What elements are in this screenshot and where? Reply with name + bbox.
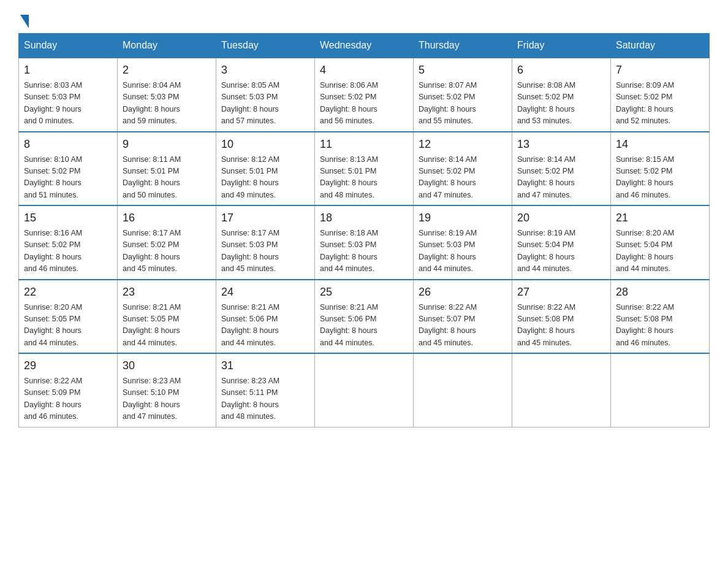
weekday-header-thursday: Thursday (414, 34, 512, 58)
calendar-day-cell: 10Sunrise: 8:12 AMSunset: 5:01 PMDayligh… (216, 132, 315, 206)
day-info: Sunrise: 8:17 AMSunset: 5:03 PMDaylight:… (221, 228, 309, 275)
day-number: 3 (221, 62, 309, 79)
calendar-week-row: 8Sunrise: 8:10 AMSunset: 5:02 PMDaylight… (19, 132, 710, 206)
day-info: Sunrise: 8:22 AMSunset: 5:09 PMDaylight:… (24, 375, 112, 423)
day-info: Sunrise: 8:06 AMSunset: 5:02 PMDaylight:… (320, 80, 408, 128)
calendar-day-cell: 24Sunrise: 8:21 AMSunset: 5:06 PMDayligh… (216, 280, 315, 354)
day-info: Sunrise: 8:23 AMSunset: 5:10 PMDaylight:… (123, 375, 211, 423)
day-info: Sunrise: 8:14 AMSunset: 5:02 PMDaylight:… (419, 154, 507, 202)
day-number: 27 (517, 284, 605, 301)
day-info: Sunrise: 8:08 AMSunset: 5:02 PMDaylight:… (517, 80, 605, 128)
day-info: Sunrise: 8:07 AMSunset: 5:02 PMDaylight:… (419, 80, 507, 128)
calendar-day-cell: 2Sunrise: 8:04 AMSunset: 5:03 PMDaylight… (118, 58, 216, 132)
calendar-day-cell: 14Sunrise: 8:15 AMSunset: 5:02 PMDayligh… (611, 132, 710, 206)
day-number: 19 (419, 210, 507, 226)
day-number: 1 (24, 62, 112, 79)
calendar-day-cell: 18Sunrise: 8:18 AMSunset: 5:03 PMDayligh… (315, 205, 414, 280)
calendar-day-cell: 4Sunrise: 8:06 AMSunset: 5:02 PMDaylight… (315, 58, 414, 132)
calendar-day-cell (512, 353, 611, 427)
calendar-day-cell: 16Sunrise: 8:17 AMSunset: 5:02 PMDayligh… (118, 205, 216, 280)
day-number: 17 (221, 210, 309, 226)
calendar-day-cell: 8Sunrise: 8:10 AMSunset: 5:02 PMDaylight… (19, 132, 118, 206)
day-info: Sunrise: 8:20 AMSunset: 5:05 PMDaylight:… (24, 302, 112, 350)
day-number: 11 (320, 136, 408, 153)
day-info: Sunrise: 8:23 AMSunset: 5:11 PMDaylight:… (221, 375, 309, 423)
calendar-week-row: 15Sunrise: 8:16 AMSunset: 5:02 PMDayligh… (19, 205, 710, 280)
calendar-day-cell: 1Sunrise: 8:03 AMSunset: 5:03 PMDaylight… (19, 58, 118, 132)
day-info: Sunrise: 8:03 AMSunset: 5:03 PMDaylight:… (24, 80, 112, 128)
day-info: Sunrise: 8:17 AMSunset: 5:02 PMDaylight:… (123, 228, 211, 275)
day-info: Sunrise: 8:19 AMSunset: 5:03 PMDaylight:… (419, 228, 507, 275)
day-number: 12 (419, 136, 507, 153)
day-info: Sunrise: 8:10 AMSunset: 5:02 PMDaylight:… (24, 154, 112, 202)
calendar-day-cell: 22Sunrise: 8:20 AMSunset: 5:05 PMDayligh… (19, 280, 118, 354)
weekday-header-sunday: Sunday (19, 34, 118, 58)
calendar-day-cell: 28Sunrise: 8:22 AMSunset: 5:08 PMDayligh… (611, 280, 710, 354)
day-number: 8 (24, 136, 112, 153)
weekday-header-saturday: Saturday (611, 34, 710, 58)
day-number: 6 (517, 62, 605, 79)
day-number: 9 (123, 136, 211, 153)
day-number: 29 (24, 358, 112, 374)
day-number: 16 (123, 210, 211, 226)
day-info: Sunrise: 8:11 AMSunset: 5:01 PMDaylight:… (123, 154, 211, 202)
calendar-day-cell: 26Sunrise: 8:22 AMSunset: 5:07 PMDayligh… (414, 280, 512, 354)
calendar-day-cell (315, 353, 414, 427)
day-number: 7 (616, 62, 704, 79)
calendar-day-cell: 11Sunrise: 8:13 AMSunset: 5:01 PMDayligh… (315, 132, 414, 206)
day-number: 22 (24, 284, 112, 301)
weekday-header-wednesday: Wednesday (315, 34, 414, 58)
day-info: Sunrise: 8:13 AMSunset: 5:01 PMDaylight:… (320, 154, 408, 202)
logo-triangle-icon (20, 15, 29, 28)
day-number: 31 (221, 358, 309, 374)
calendar-header-row: SundayMondayTuesdayWednesdayThursdayFrid… (19, 34, 710, 58)
calendar-day-cell: 15Sunrise: 8:16 AMSunset: 5:02 PMDayligh… (19, 205, 118, 280)
calendar-table: SundayMondayTuesdayWednesdayThursdayFrid… (18, 33, 710, 427)
day-info: Sunrise: 8:05 AMSunset: 5:03 PMDaylight:… (221, 80, 309, 128)
calendar-day-cell (414, 353, 512, 427)
day-number: 25 (320, 284, 408, 301)
day-number: 18 (320, 210, 408, 226)
calendar-day-cell: 29Sunrise: 8:22 AMSunset: 5:09 PMDayligh… (19, 353, 118, 427)
weekday-header-monday: Monday (118, 34, 216, 58)
day-number: 4 (320, 62, 408, 79)
day-info: Sunrise: 8:21 AMSunset: 5:06 PMDaylight:… (221, 302, 309, 350)
calendar-day-cell: 30Sunrise: 8:23 AMSunset: 5:10 PMDayligh… (118, 353, 216, 427)
day-number: 10 (221, 136, 309, 153)
logo (18, 12, 29, 27)
day-number: 24 (221, 284, 309, 301)
calendar-day-cell: 19Sunrise: 8:19 AMSunset: 5:03 PMDayligh… (414, 205, 512, 280)
day-info: Sunrise: 8:19 AMSunset: 5:04 PMDaylight:… (517, 228, 605, 275)
day-info: Sunrise: 8:14 AMSunset: 5:02 PMDaylight:… (517, 154, 605, 202)
weekday-header-tuesday: Tuesday (216, 34, 315, 58)
day-number: 23 (123, 284, 211, 301)
calendar-day-cell: 3Sunrise: 8:05 AMSunset: 5:03 PMDaylight… (216, 58, 315, 132)
day-info: Sunrise: 8:22 AMSunset: 5:08 PMDaylight:… (517, 302, 605, 350)
calendar-day-cell: 9Sunrise: 8:11 AMSunset: 5:01 PMDaylight… (118, 132, 216, 206)
day-info: Sunrise: 8:21 AMSunset: 5:06 PMDaylight:… (320, 302, 408, 350)
calendar-week-row: 1Sunrise: 8:03 AMSunset: 5:03 PMDaylight… (19, 58, 710, 132)
day-info: Sunrise: 8:12 AMSunset: 5:01 PMDaylight:… (221, 154, 309, 202)
weekday-header-friday: Friday (512, 34, 611, 58)
calendar-day-cell: 21Sunrise: 8:20 AMSunset: 5:04 PMDayligh… (611, 205, 710, 280)
day-number: 5 (419, 62, 507, 79)
calendar-day-cell: 13Sunrise: 8:14 AMSunset: 5:02 PMDayligh… (512, 132, 611, 206)
calendar-day-cell: 7Sunrise: 8:09 AMSunset: 5:02 PMDaylight… (611, 58, 710, 132)
day-number: 30 (123, 358, 211, 374)
day-number: 21 (616, 210, 704, 226)
calendar-week-row: 29Sunrise: 8:22 AMSunset: 5:09 PMDayligh… (19, 353, 710, 427)
day-number: 26 (419, 284, 507, 301)
calendar-day-cell: 5Sunrise: 8:07 AMSunset: 5:02 PMDaylight… (414, 58, 512, 132)
calendar-day-cell: 25Sunrise: 8:21 AMSunset: 5:06 PMDayligh… (315, 280, 414, 354)
calendar-day-cell: 27Sunrise: 8:22 AMSunset: 5:08 PMDayligh… (512, 280, 611, 354)
calendar-day-cell: 12Sunrise: 8:14 AMSunset: 5:02 PMDayligh… (414, 132, 512, 206)
day-number: 2 (123, 62, 211, 79)
day-info: Sunrise: 8:18 AMSunset: 5:03 PMDaylight:… (320, 228, 408, 275)
calendar-day-cell: 23Sunrise: 8:21 AMSunset: 5:05 PMDayligh… (118, 280, 216, 354)
calendar-day-cell: 31Sunrise: 8:23 AMSunset: 5:11 PMDayligh… (216, 353, 315, 427)
page-header (18, 12, 710, 27)
day-info: Sunrise: 8:16 AMSunset: 5:02 PMDaylight:… (24, 228, 112, 275)
day-info: Sunrise: 8:21 AMSunset: 5:05 PMDaylight:… (123, 302, 211, 350)
day-info: Sunrise: 8:15 AMSunset: 5:02 PMDaylight:… (616, 154, 704, 202)
calendar-day-cell: 20Sunrise: 8:19 AMSunset: 5:04 PMDayligh… (512, 205, 611, 280)
